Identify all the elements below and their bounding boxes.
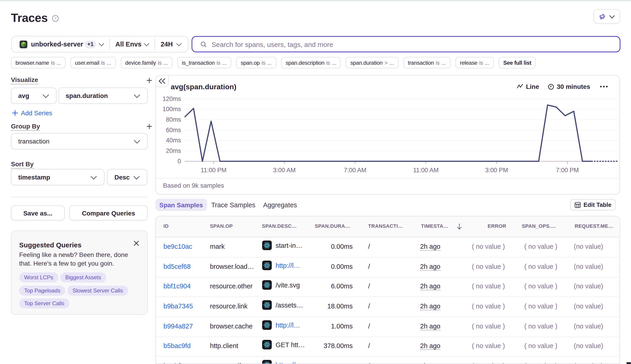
svg-text:3:00 PM: 3:00 PM bbox=[485, 167, 508, 174]
svg-text:40ms: 40ms bbox=[166, 137, 181, 144]
svg-text:7:00 PM: 7:00 PM bbox=[556, 167, 579, 174]
svg-text:0: 0 bbox=[177, 158, 181, 165]
svg-text:?: ? bbox=[54, 16, 56, 21]
svg-text:11:00 PM: 11:00 PM bbox=[200, 167, 226, 174]
svg-text:7:00 AM: 7:00 AM bbox=[344, 167, 366, 174]
svg-text:120ms: 120ms bbox=[162, 96, 181, 102]
svg-text:11:00 AM: 11:00 AM bbox=[413, 167, 438, 174]
svg-text:80ms: 80ms bbox=[166, 116, 181, 123]
svg-text:3:00 AM: 3:00 AM bbox=[273, 167, 295, 174]
svg-text:20ms: 20ms bbox=[166, 148, 181, 154]
svg-text:100ms: 100ms bbox=[162, 106, 181, 112]
svg-text:60ms: 60ms bbox=[166, 127, 181, 134]
